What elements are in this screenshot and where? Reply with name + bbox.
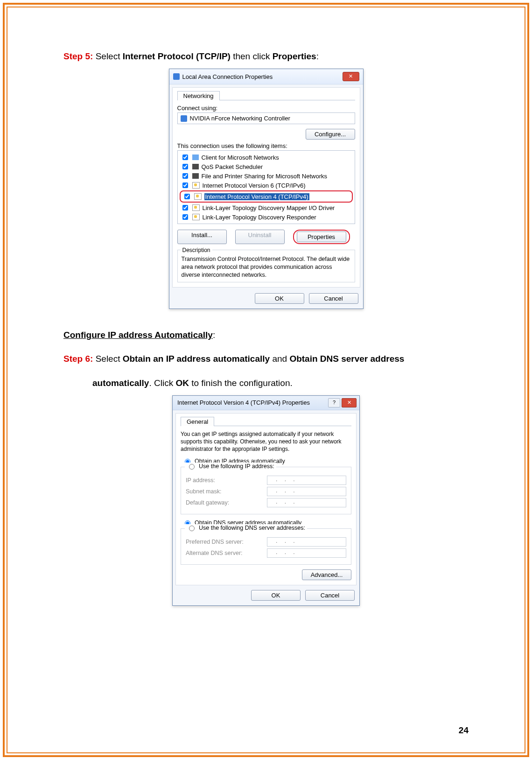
dialog-title: Local Area Connection Properties <box>182 73 273 80</box>
radio-input[interactable] <box>189 526 195 531</box>
list-item[interactable]: File and Printer Sharing for Microsoft N… <box>180 171 353 181</box>
list-item[interactable]: Client for Microsoft Networks <box>180 153 353 162</box>
step5-text: Step 5: Select Internet Protocol (TCP/IP… <box>63 49 469 64</box>
advanced-button[interactable]: Advanced... <box>302 569 351 580</box>
ip-address-label: IP address: <box>186 477 215 484</box>
list-item[interactable]: Internet Protocol Version 6 (TCP/IPv6) <box>180 181 353 190</box>
help-button[interactable]: ? <box>328 398 340 407</box>
install-button[interactable]: Install... <box>177 230 227 244</box>
cancel-button[interactable]: Cancel <box>309 293 358 304</box>
item-checkbox[interactable] <box>182 214 188 220</box>
alternate-dns-label: Alternate DNS server: <box>186 550 243 556</box>
description-group: Description Transmission Control Protoco… <box>177 250 355 282</box>
description-title: Description <box>181 247 212 253</box>
list-item-tcpipv4[interactable]: Internet Protocol Version 4 (TCP/IPv4) <box>182 192 351 201</box>
list-item[interactable]: Link-Layer Topology Discovery Mapper I/O… <box>180 203 353 212</box>
description-text: Transmission Control Protocol/Internet P… <box>182 255 351 279</box>
service-icon <box>192 154 199 160</box>
intro-text: You can get IP settings assigned automat… <box>181 430 351 453</box>
manual-dns-group: Use the following DNS server addresses: … <box>181 528 351 565</box>
step6-text-line1: Step 6: Select Obtain an IP address auto… <box>63 351 469 366</box>
subnet-mask-label: Subnet mask: <box>186 488 221 495</box>
item-checkbox[interactable] <box>182 164 188 169</box>
dialog-titlebar: Internet Protocol Version 4 (TCP/IPv4) P… <box>173 396 359 410</box>
protocol-icon <box>192 182 200 189</box>
subnet-mask-input[interactable]: . . . <box>267 487 346 496</box>
dialog-titlebar: Local Area Connection Properties ✕ <box>169 69 363 84</box>
items-label: This connection uses the following items… <box>177 142 355 149</box>
dialog-title: Internet Protocol Version 4 (TCP/IPv4) P… <box>177 399 310 406</box>
service-icon <box>192 164 199 169</box>
close-button[interactable]: ✕ <box>342 398 357 407</box>
adapter-icon <box>181 115 187 122</box>
connect-using-label: Connect using: <box>177 105 355 112</box>
item-checkbox[interactable] <box>184 194 190 199</box>
lan-properties-dialog: Local Area Connection Properties ✕ Netwo… <box>169 69 364 309</box>
default-gateway-input[interactable]: . . . <box>267 498 346 507</box>
list-item[interactable]: Link-Layer Topology Discovery Responder <box>180 212 353 222</box>
page-number: 24 <box>459 725 469 736</box>
step6-text-line2: automatically. Click OK to finish the co… <box>92 376 469 391</box>
page-inner-border: Step 5: Select Internet Protocol (TCP/IP… <box>7 7 525 753</box>
preferred-dns-input[interactable]: . . . <box>267 537 346 547</box>
item-checkbox[interactable] <box>182 182 188 188</box>
protocol-icon <box>192 214 200 220</box>
configure-auto-heading: Configure IP address Automatically: <box>63 328 469 343</box>
ip-address-input[interactable]: . . . <box>267 476 346 485</box>
page-outer-border: Step 5: Select Internet Protocol (TCP/IP… <box>3 3 529 757</box>
list-item[interactable]: QoS Packet Scheduler <box>180 162 353 171</box>
network-icon <box>173 73 180 80</box>
connection-items-list: Client for Microsoft Networks QoS Packet… <box>177 150 355 224</box>
preferred-dns-label: Preferred DNS server: <box>186 539 244 545</box>
cancel-button[interactable]: Cancel <box>305 590 355 601</box>
properties-highlight: Properties <box>293 230 350 244</box>
protocol-icon <box>194 193 202 200</box>
step5-label: Step 5: <box>63 51 93 61</box>
step6-label: Step 6: <box>63 354 93 364</box>
service-icon <box>192 173 199 179</box>
configure-button[interactable]: Configure... <box>306 129 355 140</box>
radio-input[interactable] <box>189 464 195 470</box>
uninstall-button[interactable]: Uninstall <box>235 230 285 244</box>
radio-ip-manual[interactable]: Use the following IP address: <box>185 463 276 470</box>
item-checkbox[interactable] <box>182 173 188 179</box>
default-gateway-label: Default gateway: <box>186 499 229 506</box>
radio-dns-manual[interactable]: Use the following DNS server addresses: <box>185 524 307 531</box>
ok-button[interactable]: OK <box>255 293 304 304</box>
item-checkbox[interactable] <box>182 205 188 211</box>
alternate-dns-input[interactable]: . . . <box>267 548 346 558</box>
adapter-name: NVIDIA nForce Networking Controller <box>190 115 290 122</box>
close-button[interactable]: ✕ <box>343 72 359 81</box>
properties-button[interactable]: Properties <box>297 232 346 242</box>
protocol-icon <box>192 204 200 211</box>
ipv4-properties-dialog: Internet Protocol Version 4 (TCP/IPv4) P… <box>172 395 360 606</box>
adapter-field: NVIDIA nForce Networking Controller <box>177 112 355 124</box>
tab-general[interactable]: General <box>181 417 214 426</box>
manual-ip-group: Use the following IP address: IP address… <box>181 467 351 514</box>
ok-button[interactable]: OK <box>251 590 301 601</box>
selected-item-highlight: Internet Protocol Version 4 (TCP/IPv4) <box>180 190 353 203</box>
tab-networking[interactable]: Networking <box>177 91 220 100</box>
item-checkbox[interactable] <box>182 154 188 160</box>
